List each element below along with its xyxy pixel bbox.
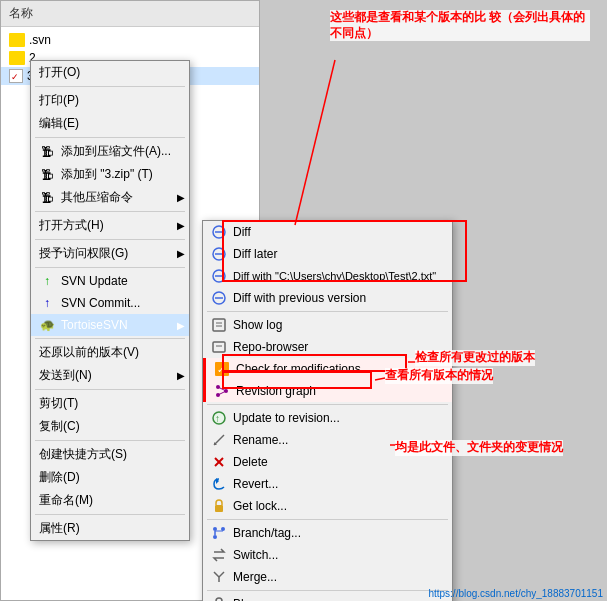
menu-open[interactable]: 打开(O) [31, 61, 189, 84]
menu-label: 剪切(T) [39, 395, 78, 412]
menu-label: SVN Update [61, 274, 128, 288]
branch-icon [211, 525, 227, 541]
svg-point-32 [213, 535, 217, 539]
menu-label: Diff with "C:\Users\chy\Desktop\Test\2.t… [233, 270, 436, 282]
menu-label: 发送到(N) [39, 367, 92, 384]
separator [35, 389, 185, 390]
menu-update-revision[interactable]: ↑ Update to revision... [203, 407, 452, 429]
menu-label: Diff with previous version [233, 291, 366, 305]
menu-revision-graph[interactable]: Revision graph [203, 380, 452, 402]
menu-svn-update[interactable]: ↑ SVN Update [31, 270, 189, 292]
separator [35, 514, 185, 515]
menu-send[interactable]: 发送到(N) ▶ [31, 364, 189, 387]
menu-tortoise-svn[interactable]: 🐢 TortoiseSVN ▶ [31, 314, 189, 336]
menu-blame[interactable]: Blame... [203, 593, 452, 601]
svg-line-21 [218, 391, 226, 395]
menu-diff-later[interactable]: Diff later [203, 243, 452, 265]
menu-get-lock[interactable]: Get lock... [203, 495, 452, 517]
item-label: .svn [29, 33, 51, 47]
menu-rename[interactable]: Rename... [203, 429, 452, 451]
annotation-text-diff: 这些都是查看和某个版本的比 较（会列出具体的不同点） [330, 10, 590, 41]
menu-label: 属性(R) [39, 520, 80, 537]
submenu-arrow: ▶ [177, 220, 185, 231]
menu-branch-tag[interactable]: Branch/tag... [203, 522, 452, 544]
menu-properties[interactable]: 属性(R) [31, 517, 189, 540]
file-svn-icon: ✓ [9, 69, 23, 83]
diff-icon [211, 224, 227, 240]
svn-commit-icon: ↑ [39, 295, 55, 311]
menu-other-zip[interactable]: 🗜 其他压缩命令 ▶ [31, 186, 189, 209]
svg-point-31 [221, 527, 225, 531]
menu-label: 编辑(E) [39, 115, 79, 132]
svg-line-36 [219, 572, 224, 577]
switch-icon [211, 547, 227, 563]
menu-delete[interactable]: Delete [203, 451, 452, 473]
separator [35, 211, 185, 212]
menu-label: Diff later [233, 247, 277, 261]
menu-label: 打开(O) [39, 64, 80, 81]
menu-repo-browser[interactable]: Repo-browser [203, 336, 452, 358]
explorer-item-svn[interactable]: .svn [1, 31, 259, 49]
menu-copy[interactable]: 复制(C) [31, 415, 189, 438]
menu-edit[interactable]: 编辑(E) [31, 112, 189, 135]
separator [35, 86, 185, 87]
menu-check-modifications[interactable]: ✓ Check for modifications [203, 358, 452, 380]
rename-icon [211, 432, 227, 448]
menu-rename[interactable]: 重命名(M) [31, 489, 189, 512]
revert-icon [211, 476, 227, 492]
folder-icon [9, 51, 25, 65]
svg-line-35 [214, 572, 219, 577]
menu-revert[interactable]: Revert... [203, 473, 452, 495]
separator [35, 239, 185, 240]
menu-delete[interactable]: 删除(D) [31, 466, 189, 489]
menu-label: Merge... [233, 570, 277, 584]
svg-rect-10 [213, 319, 225, 331]
menu-print[interactable]: 打印(P) [31, 89, 189, 112]
menu-label: 打印(P) [39, 92, 79, 109]
menu-restore[interactable]: 还原以前的版本(V) [31, 341, 189, 364]
zip-icon: 🗜 [39, 190, 55, 206]
menu-label: Delete [233, 455, 268, 469]
menu-diff-with[interactable]: Diff with "C:\Users\chy\Desktop\Test\2.t… [203, 265, 452, 287]
separator [35, 338, 185, 339]
menu-show-log[interactable]: Show log [203, 314, 452, 336]
svg-rect-29 [215, 505, 223, 512]
menu-cut[interactable]: 剪切(T) [31, 392, 189, 415]
menu-label: Repo-browser [233, 340, 308, 354]
menu-merge[interactable]: Merge... [203, 566, 452, 588]
separator [35, 137, 185, 138]
menu-add-zip[interactable]: 🗜 添加到压缩文件(A)... [31, 140, 189, 163]
menu-access[interactable]: 授予访问权限(G) ▶ [31, 242, 189, 265]
menu-open-with[interactable]: 打开方式(H) ▶ [31, 214, 189, 237]
separator [35, 267, 185, 268]
merge-icon [211, 569, 227, 585]
separator [35, 440, 185, 441]
menu-diff[interactable]: Diff [203, 221, 452, 243]
svg-text:✓: ✓ [217, 364, 225, 375]
menu-label: 重命名(M) [39, 492, 93, 509]
menu-diff-prev[interactable]: Diff with previous version [203, 287, 452, 309]
menu-label: 复制(C) [39, 418, 80, 435]
log-icon [211, 317, 227, 333]
menu-switch[interactable]: Switch... [203, 544, 452, 566]
separator [207, 404, 448, 405]
menu-label: Branch/tag... [233, 526, 301, 540]
submenu-arrow: ▶ [177, 248, 185, 259]
menu-shortcut[interactable]: 创建快捷方式(S) [31, 443, 189, 466]
menu-svn-commit[interactable]: ↑ SVN Commit... [31, 292, 189, 314]
repo-icon [211, 339, 227, 355]
diff-with-icon [211, 268, 227, 284]
separator [207, 519, 448, 520]
svg-text:✓: ✓ [11, 72, 19, 82]
folder-icon [9, 33, 25, 47]
menu-label: SVN Commit... [61, 296, 140, 310]
menu-label: Check for modifications [236, 362, 361, 376]
svn-update-icon: ↑ [39, 273, 55, 289]
menu-add-zip2[interactable]: 🗜 添加到 "3.zip" (T) [31, 163, 189, 186]
menu-label: Diff [233, 225, 251, 239]
blame-icon [211, 596, 227, 601]
menu-label: 删除(D) [39, 469, 80, 486]
submenu-arrow: ▶ [177, 370, 185, 381]
zip-icon: 🗜 [39, 167, 55, 183]
menu-label: Rename... [233, 433, 288, 447]
